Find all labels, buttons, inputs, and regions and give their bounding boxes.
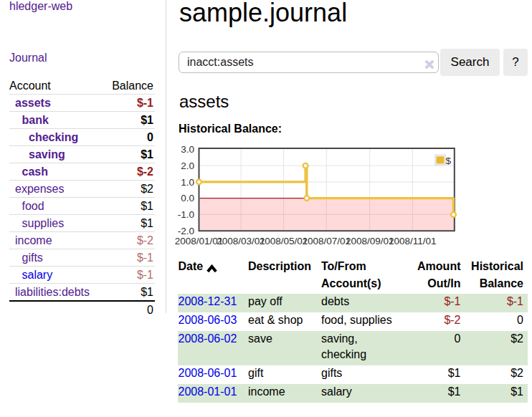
svg-text:2008/09/01: 2008/09/01: [346, 236, 394, 246]
svg-text:2.0: 2.0: [181, 160, 194, 171]
svg-text:0.0: 0.0: [181, 193, 194, 203]
svg-text:2008/05/01: 2008/05/01: [260, 236, 308, 246]
svg-text:$: $: [446, 155, 452, 166]
svg-text:1.0: 1.0: [181, 177, 194, 188]
svg-text:-1.0: -1.0: [178, 209, 194, 220]
svg-text:2008/11/01: 2008/11/01: [389, 236, 437, 246]
svg-text:-2.0: -2.0: [178, 226, 194, 236]
svg-text:2008/07/01: 2008/07/01: [302, 236, 351, 246]
svg-text:3.0: 3.0: [181, 144, 194, 155]
svg-text:2008/03/01: 2008/03/01: [217, 236, 265, 246]
svg-text:2008/01/01: 2008/01/01: [175, 236, 224, 246]
